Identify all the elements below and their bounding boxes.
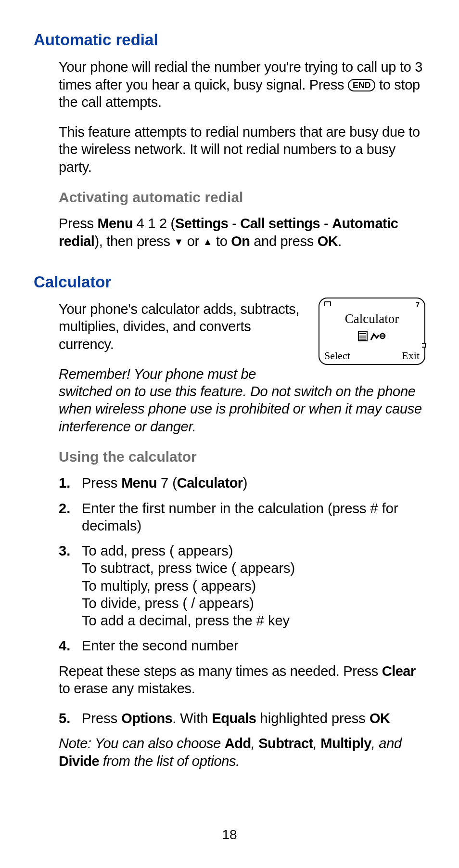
text: . (338, 233, 342, 249)
text: 7 ( (157, 475, 177, 491)
options-label: Options (121, 711, 172, 726)
para-activating: Press Menu 4 1 2 (Settings - Call settin… (59, 215, 425, 250)
text: , (313, 736, 321, 751)
ok-label: OK (370, 711, 390, 726)
list-item: 2. Enter the first number in the calcula… (59, 500, 425, 535)
para-calc-warning: Remember! Your phone must be switched on… (59, 365, 425, 435)
list-item: 5. Press Options. With Equals highlighte… (59, 710, 425, 727)
text: To divide, press ( / appears) (82, 596, 254, 611)
list-item: 3. To add, press ( appears) To subtract,… (59, 542, 425, 629)
text: to erase any mistakes. (59, 681, 195, 696)
antenna-icon (324, 301, 331, 306)
end-key-icon: END (348, 79, 375, 91)
para-redial-1: Your phone will redial the number you're… (59, 58, 425, 111)
step-text: Press Options. With Equals highlighted p… (82, 710, 425, 727)
para-repeat: Repeat these steps as many times as need… (59, 662, 425, 698)
step-text: Press Menu 7 (Calculator) (82, 474, 425, 492)
text: ), then press (94, 233, 174, 249)
step-text: To add, press ( appears) To subtract, pr… (82, 542, 425, 629)
text: To add a decimal, press the # key (82, 613, 290, 628)
text: 4 1 2 ( (133, 216, 175, 231)
text: highlighted press (256, 711, 370, 726)
screen-title: Calculator (324, 311, 420, 327)
step-number: 1. (59, 474, 82, 492)
list-item: 4. Enter the second number (59, 637, 425, 654)
text: Press (82, 711, 121, 726)
text: - (320, 216, 332, 231)
screen-frame: 7 Calculator Select Exit (319, 298, 425, 365)
heading-using-calculator: Using the calculator (59, 448, 425, 466)
text: , (251, 736, 259, 751)
text: or (183, 233, 203, 249)
phone-screen-diagram: 7 Calculator Select Exit (319, 298, 425, 365)
softkey-exit: Exit (402, 349, 420, 363)
text: - (228, 216, 240, 231)
heading-calculator: Calculator (34, 272, 425, 292)
page-number: 18 (0, 826, 459, 843)
calculator-label: Calculator (177, 475, 243, 491)
call-settings-label: Call settings (240, 216, 320, 231)
heading-automatic-redial: Automatic redial (34, 30, 425, 50)
text: Note: You can also choose (59, 736, 225, 751)
step-text: Enter the second number (82, 637, 425, 654)
step-number: 2. (59, 500, 82, 535)
text: To multiply, press ( appears) (82, 578, 256, 594)
divide-label: Divide (59, 753, 99, 769)
up-arrow-icon: ▲ (203, 236, 213, 247)
text: To subtract, press twice ( appears) (82, 560, 295, 576)
step-number: 3. (59, 542, 82, 629)
para-redial-2: This feature attempts to redial numbers … (59, 123, 425, 176)
menu-label: Menu (97, 216, 133, 231)
screen-indicator-7: 7 (416, 300, 420, 310)
menu-label: Menu (121, 475, 157, 491)
ok-label: OK (318, 233, 338, 249)
subtract-label: Subtract (258, 736, 313, 751)
step-number: 5. (59, 710, 82, 727)
softkey-select: Select (324, 349, 350, 363)
screen-notch (422, 343, 426, 348)
settings-label: Settings (175, 216, 228, 231)
equals-label: Equals (212, 711, 256, 726)
para-note2: Note: You can also choose Add, Subtract,… (59, 735, 425, 770)
step-text: Enter the first number in the calculatio… (82, 500, 425, 535)
add-label: Add (225, 736, 251, 751)
text: Press (82, 475, 121, 491)
multiply-label: Multiply (320, 736, 371, 751)
text: Repeat these steps as many times as need… (59, 663, 382, 679)
text: and press (250, 233, 318, 249)
text: ) (243, 475, 248, 491)
down-arrow-icon: ▼ (174, 236, 183, 247)
text: to (212, 233, 231, 249)
on-label: On (231, 233, 250, 249)
step-number: 4. (59, 637, 82, 654)
text: from the list of options. (99, 753, 240, 769)
text: . With (172, 711, 212, 726)
text: Press (59, 216, 97, 231)
text: , and (371, 736, 402, 751)
screen-icons (324, 330, 420, 345)
clear-label: Clear (382, 663, 416, 679)
list-item: 1. Press Menu 7 (Calculator) (59, 474, 425, 492)
heading-activating-redial: Activating automatic redial (59, 188, 425, 207)
text: To add, press ( appears) (82, 543, 233, 558)
